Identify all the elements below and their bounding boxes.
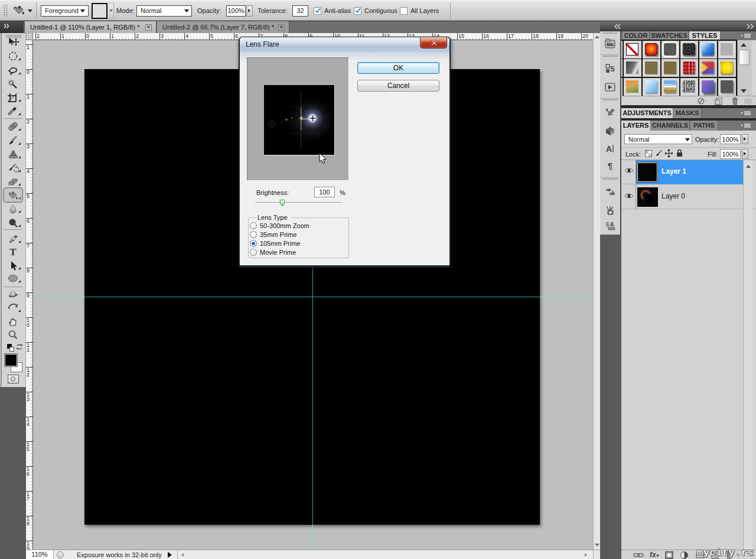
svg-text:¶: ¶ (608, 161, 612, 171)
svg-text:5: 5 (610, 64, 614, 73)
svg-text:Mb: Mb (607, 42, 614, 47)
svg-text:T: T (9, 247, 17, 257)
svg-text:A: A (606, 144, 612, 154)
